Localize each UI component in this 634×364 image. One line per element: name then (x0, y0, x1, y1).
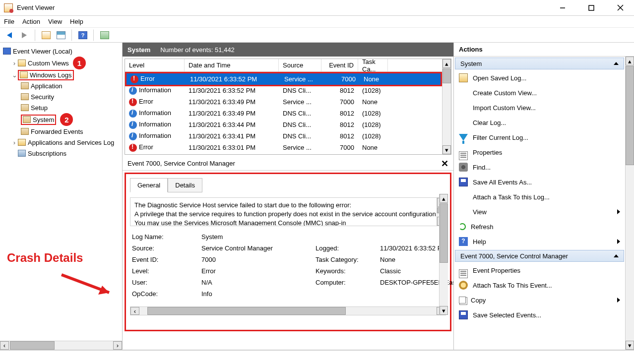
folder-icon (459, 73, 468, 82)
v-source: Service Control Manager (201, 244, 316, 252)
detail-hscrollbar[interactable]: ‹ › (130, 306, 446, 315)
action-label: Clear Log... (473, 119, 506, 126)
event-row[interactable]: Error11/30/2021 6:33:01 PMService ...700… (125, 142, 442, 153)
tree-subscriptions-label: Subscriptions (28, 150, 66, 157)
general-tab[interactable]: General (130, 178, 168, 192)
action-item[interactable]: Copy (454, 293, 625, 307)
toolbar-panel-button[interactable] (55, 29, 67, 41)
action-item[interactable]: Event Properties (454, 263, 625, 278)
action-label: Filter Current Log... (473, 134, 528, 141)
events-vscrollbar[interactable]: ▴ ▾ (442, 59, 451, 154)
scroll-down-button[interactable]: ▾ (443, 145, 451, 154)
scroll-thumb[interactable] (147, 307, 346, 315)
toolbar-folder-button[interactable] (40, 29, 53, 41)
expand-icon[interactable]: › (11, 139, 18, 146)
action-item[interactable]: Properties (454, 145, 625, 160)
log-icon (23, 116, 31, 123)
event-row[interactable]: Information11/30/2021 6:33:52 PMDNS Cli.… (125, 85, 442, 96)
tree-windows-logs[interactable]: ⌄Windows Logs (2, 69, 120, 80)
scroll-left-button[interactable]: ‹ (0, 341, 9, 350)
event-row[interactable]: Information11/30/2021 6:33:41 PMDNS Cli.… (125, 130, 442, 142)
scroll-thumb[interactable] (10, 341, 55, 350)
tree-forwarded[interactable]: Forwarded Events (2, 126, 120, 137)
scroll-up-button[interactable]: ▴ (626, 57, 634, 65)
col-date[interactable]: Date and Time (185, 59, 279, 71)
detail-vscrollbar[interactable]: ▴ ▾ (439, 194, 448, 315)
separator (71, 29, 72, 41)
action-item[interactable]: ?Help (454, 234, 625, 249)
tree-setup[interactable]: Setup (2, 102, 120, 113)
folder-icon (42, 31, 51, 39)
actions-header: Actions (454, 43, 634, 57)
action-label: View (473, 208, 487, 216)
action-item[interactable]: View (454, 204, 625, 219)
action-item[interactable]: Find... (454, 160, 625, 175)
events-header: System Number of events: 51,442 (123, 43, 453, 57)
action-item[interactable]: Import Custom View... (454, 100, 625, 115)
chevron-up-icon (614, 254, 619, 257)
menu-help[interactable]: Help (70, 18, 83, 25)
actions-section[interactable]: Event 7000, Service Control Manager (455, 250, 624, 262)
menu-action[interactable]: Action (22, 18, 40, 25)
action-item[interactable]: Filter Current Log... (454, 130, 625, 145)
scroll-thumb[interactable] (443, 68, 451, 83)
tree-apps-services[interactable]: ›Applications and Services Log (2, 137, 120, 148)
help-icon: ? (459, 237, 468, 246)
menu-view[interactable]: View (48, 18, 62, 25)
event-row[interactable]: Error11/30/2021 6:33:52 PMService ...700… (127, 73, 441, 85)
annotation-box-1: Windows Logs (18, 70, 74, 80)
details-tab[interactable]: Details (168, 178, 202, 192)
tree-security[interactable]: Security (2, 91, 120, 102)
action-item[interactable]: Save Selected Events... (454, 307, 625, 322)
event-row[interactable]: Error11/30/2021 6:33:49 PMService ...700… (125, 96, 442, 108)
tree-custom-views[interactable]: ›Custom Views (2, 58, 69, 68)
scroll-right-button[interactable]: › (113, 341, 122, 350)
toolbar-help-button[interactable]: ? (76, 29, 89, 41)
event-row[interactable]: Information11/30/2021 6:33:49 PMDNS Cli.… (125, 108, 442, 119)
event-row[interactable]: Information11/30/2021 6:33:44 PMDNS Cli.… (125, 119, 442, 130)
action-item[interactable]: Save All Events As... (454, 175, 625, 189)
tree-subscriptions[interactable]: Subscriptions (2, 148, 120, 159)
chevron-up-icon (614, 62, 619, 65)
col-task[interactable]: Task Ca... (358, 59, 388, 71)
tree-system[interactable]: System (2, 114, 56, 125)
detail-close-button[interactable]: ✕ (441, 158, 448, 169)
chevron-right-icon (617, 209, 620, 214)
col-source[interactable]: Source (279, 59, 321, 71)
minimize-button[interactable] (553, 2, 572, 14)
action-item[interactable]: Create Custom View... (454, 85, 625, 100)
desc-line2: A privilege that the service requires to… (134, 210, 442, 226)
scroll-thumb[interactable] (626, 66, 634, 165)
collapse-icon[interactable]: ⌄ (11, 71, 18, 79)
menu-file[interactable]: File (4, 18, 14, 25)
forward-button[interactable] (18, 29, 31, 41)
scroll-up-button[interactable]: ▴ (443, 59, 451, 68)
col-eventid[interactable]: Event ID (321, 59, 358, 71)
back-button[interactable] (3, 29, 16, 41)
maximize-button[interactable] (581, 2, 601, 14)
actions-section[interactable]: System (455, 58, 624, 69)
scroll-down-button[interactable]: ▾ (440, 306, 448, 315)
actions-vscrollbar[interactable]: ▴ ▾ (625, 57, 634, 350)
close-button[interactable] (610, 2, 630, 14)
scroll-left-button[interactable]: ‹ (130, 307, 139, 315)
expand-icon[interactable]: › (11, 60, 18, 67)
action-item[interactable]: Attach Task To This Event... (454, 278, 625, 293)
tree-hscrollbar[interactable]: ‹ › (0, 341, 122, 350)
col-level[interactable]: Level (125, 59, 185, 71)
scroll-up-button[interactable]: ▴ (440, 194, 448, 203)
tree-root[interactable]: Event Viewer (Local) (2, 46, 120, 57)
action-item[interactable]: Refresh (454, 219, 625, 234)
toolbar-action-button[interactable] (98, 29, 111, 41)
action-item[interactable]: Clear Log... (454, 115, 625, 130)
navigation-tree-pane: Event Viewer (Local) ›Custom Views 1 ⌄Wi… (0, 43, 123, 350)
tree-application[interactable]: Application (2, 80, 120, 91)
action-item[interactable]: Open Saved Log... (454, 70, 625, 85)
action-item[interactable]: Attach a Task To this Log... (454, 189, 625, 204)
toolbar: ? (0, 28, 634, 43)
action-label: Save All Events As... (473, 179, 532, 186)
action-label: Save Selected Events... (473, 311, 541, 319)
scroll-down-button[interactable]: ▾ (626, 341, 634, 350)
annotation-crash-details: Crash Details (7, 251, 83, 265)
scroll-thumb[interactable] (440, 203, 448, 263)
